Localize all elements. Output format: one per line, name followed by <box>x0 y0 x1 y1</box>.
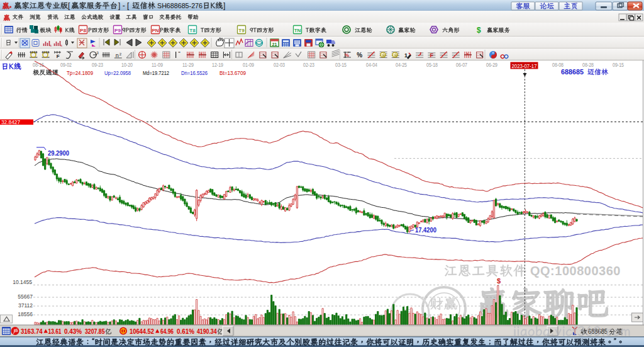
svg-text:F: F <box>430 52 433 59</box>
svg-text:3163.74: 3163.74 <box>21 327 43 335</box>
svg-text:$: $ <box>477 26 481 35</box>
svg-text:04-25: 04-25 <box>396 62 407 68</box>
svg-text:03-15: 03-15 <box>335 62 347 68</box>
svg-text:Dn=16.5526: Dn=16.5526 <box>181 70 208 76</box>
svg-text:10.1455: 10.1455 <box>13 279 32 285</box>
svg-text:688685: 688685 <box>561 68 584 76</box>
svg-text:09-02: 09-02 <box>60 62 72 68</box>
svg-text:QQ:100800360: QQ:100800360 <box>530 264 621 278</box>
svg-text:09-23: 09-23 <box>92 62 103 68</box>
svg-text:04-04: 04-04 <box>366 62 377 68</box>
svg-text:2023-07-17: 2023-07-17 <box>512 62 537 69</box>
svg-text:02-23: 02-23 <box>303 62 314 68</box>
svg-text:$: $ <box>497 277 501 285</box>
svg-text:s: s <box>60 43 62 47</box>
svg-text:18556: 18556 <box>18 311 33 317</box>
svg-text:10-20: 10-20 <box>121 62 133 68</box>
svg-text:%: % <box>357 52 362 59</box>
svg-text:02-03: 02-03 <box>274 62 285 68</box>
svg-text:1: 1 <box>404 52 408 59</box>
svg-text:0.61%: 0.61% <box>177 327 195 335</box>
svg-text:06-07: 06-07 <box>456 62 467 68</box>
svg-text:": " <box>179 50 180 57</box>
svg-text:P9: P9 <box>114 28 121 33</box>
svg-text:08-28: 08-28 <box>582 62 594 68</box>
svg-text:Up=22.0958: Up=22.0958 <box>104 70 131 76</box>
svg-text:4190.34: 4190.34 <box>197 327 217 335</box>
svg-text:T8: T8 <box>189 28 196 33</box>
svg-text:F: F <box>57 54 60 59</box>
svg-text:T9: T9 <box>238 28 245 33</box>
svg-text:SH688685-276: SH688685-276 <box>157 1 203 10</box>
svg-text:Tp=24.1809: Tp=24.1809 <box>67 70 93 76</box>
svg-text:n: n <box>116 52 119 59</box>
svg-text:10644.52: 10644.52 <box>130 327 154 335</box>
svg-text:06-29: 06-29 <box>486 62 497 68</box>
svg-text:64.96: 64.96 <box>160 327 174 335</box>
svg-text:17.4200: 17.4200 <box>415 227 436 234</box>
svg-text:]: ] <box>223 1 225 10</box>
svg-text:Bt=13.6709: Bt=13.6709 <box>219 70 246 76</box>
svg-text:11-09: 11-09 <box>152 62 163 68</box>
svg-text:09-15: 09-15 <box>613 62 624 68</box>
svg-text:29.2900: 29.2900 <box>48 150 69 157</box>
svg-text:PN: PN <box>152 28 158 33</box>
svg-text:13.61: 13.61 <box>48 327 62 335</box>
svg-text:01-09: 01-09 <box>243 62 254 68</box>
svg-text:21: 21 <box>272 42 277 47</box>
svg-text:32.8427: 32.8427 <box>1 119 20 125</box>
svg-text:] - [: ] - [ <box>118 1 130 10</box>
svg-text:37112: 37112 <box>18 302 33 309</box>
svg-text:P8: P8 <box>80 28 86 33</box>
svg-text:12-19: 12-19 <box>212 62 223 68</box>
svg-text:05-18: 05-18 <box>426 62 438 68</box>
svg-text:s: s <box>50 43 52 47</box>
svg-text:TN: TN <box>294 28 301 33</box>
svg-text:Md=19.7212: Md=19.7212 <box>143 70 169 76</box>
svg-text:11-29: 11-29 <box>182 62 194 68</box>
svg-text:0.43%: 0.43% <box>64 327 82 335</box>
svg-text:55667: 55667 <box>18 293 33 300</box>
svg-text:3207.85: 3207.85 <box>85 327 105 335</box>
svg-text:%: % <box>345 52 349 58</box>
